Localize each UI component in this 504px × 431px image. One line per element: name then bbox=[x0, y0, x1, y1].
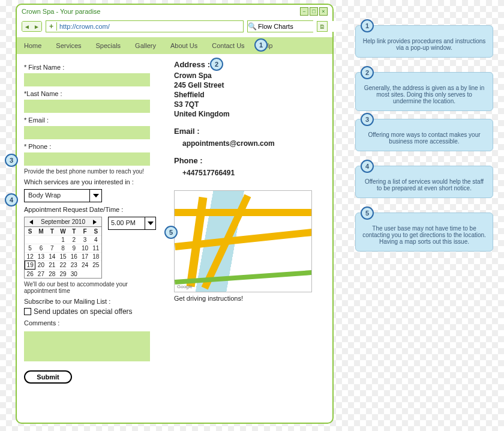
new-doc-button[interactable]: 🗎 bbox=[317, 21, 328, 32]
email-input[interactable] bbox=[24, 126, 150, 139]
annotation-badge-5: 5 bbox=[164, 226, 178, 239]
calendar-day[interactable]: 17 bbox=[79, 252, 90, 261]
calendar-day[interactable]: 22 bbox=[58, 261, 68, 270]
subscribe-checkbox[interactable] bbox=[24, 308, 31, 315]
phone-label: * Phone : bbox=[24, 143, 162, 150]
window-title: Crown Spa - Your paradise bbox=[22, 8, 100, 15]
calendar-day[interactable]: 19 bbox=[25, 261, 35, 270]
calendar-day[interactable]: 12 bbox=[25, 252, 35, 261]
subscribe-label: Subscribe to our Mailing List : bbox=[24, 298, 162, 305]
calendar-day[interactable]: 28 bbox=[47, 270, 58, 278]
calendar-day[interactable]: 26 bbox=[25, 270, 35, 278]
email-value: appointments@crown.com bbox=[174, 139, 325, 148]
calendar-day[interactable]: 24 bbox=[79, 261, 90, 270]
calendar-day[interactable]: 27 bbox=[35, 270, 46, 278]
datetime-label: Appointment Request Date/Time : bbox=[24, 206, 162, 213]
annotation-callout-4: 4Offering a list of services would help … bbox=[355, 166, 493, 198]
nav-item-about-us[interactable]: About Us bbox=[163, 41, 205, 50]
add-tab-button[interactable]: + bbox=[46, 22, 57, 31]
nav-item-contact-us[interactable]: Contact Us bbox=[205, 41, 251, 50]
annotation-text: The user base may not have time to be co… bbox=[362, 225, 487, 245]
directions-link[interactable]: Get driving instructions! bbox=[174, 295, 325, 302]
calendar-day[interactable]: 10 bbox=[79, 244, 90, 252]
comments-input[interactable] bbox=[24, 331, 150, 361]
annotation-number: 3 bbox=[361, 113, 374, 126]
annotation-text: Help link provides procedures and instru… bbox=[362, 38, 487, 51]
next-month-icon[interactable] bbox=[93, 220, 99, 225]
calendar-dow: M bbox=[35, 227, 46, 235]
annotation-text: Generally, the address is given as a by … bbox=[362, 85, 487, 104]
calendar-day[interactable]: 25 bbox=[91, 261, 101, 270]
calendar-day[interactable]: 30 bbox=[68, 270, 79, 278]
submit-button[interactable]: Submit bbox=[24, 370, 72, 384]
close-button[interactable]: × bbox=[319, 7, 328, 16]
map-attribution: Google bbox=[177, 284, 193, 289]
accommodate-note: We'll do our best to accommodate your ap… bbox=[24, 281, 162, 294]
search-icon: 🔍 bbox=[248, 22, 257, 31]
calendar-day[interactable]: 21 bbox=[47, 261, 58, 270]
calendar-day[interactable]: 13 bbox=[35, 252, 46, 261]
calendar-dow: W bbox=[58, 227, 68, 235]
minimize-button[interactable]: − bbox=[300, 7, 308, 16]
location-map[interactable]: Google bbox=[174, 190, 312, 292]
forward-button[interactable]: ► bbox=[32, 22, 41, 31]
calendar-day[interactable]: 14 bbox=[47, 252, 58, 261]
annotation-badge-1: 1 bbox=[254, 38, 268, 52]
calendar-dow: T bbox=[47, 227, 58, 235]
calendar-day[interactable]: 20 bbox=[35, 261, 46, 270]
phone-heading: Phone : bbox=[174, 156, 325, 165]
calendar-day[interactable]: 4 bbox=[91, 235, 101, 244]
phone-value: +447517766491 bbox=[174, 169, 325, 177]
address-line: Crown Spa bbox=[174, 71, 325, 80]
url-input[interactable] bbox=[57, 21, 243, 32]
calendar-day[interactable]: 15 bbox=[58, 252, 68, 261]
annotation-text: Offering more ways to contact makes your… bbox=[362, 131, 487, 145]
calendar-dow: S bbox=[25, 227, 35, 235]
address-line: 245 Gell Street bbox=[174, 81, 325, 89]
calendar-day[interactable]: 16 bbox=[68, 252, 79, 261]
contact-form: * First Name : *Last Name : * Email : * … bbox=[24, 60, 162, 384]
services-label: Which services are you interested in : bbox=[24, 178, 162, 185]
annotation-number: 4 bbox=[361, 160, 374, 173]
contact-info: Address : Crown Spa245 Gell StreetSheffi… bbox=[174, 60, 325, 384]
services-value: Body Wrap bbox=[25, 190, 89, 202]
address-heading: Address : bbox=[174, 60, 325, 69]
date-picker[interactable]: September 2010 SMTWTFS 12345678910111213… bbox=[24, 217, 102, 279]
annotation-badge-3: 3 bbox=[5, 154, 18, 167]
nav-item-gallery[interactable]: Gallery bbox=[128, 41, 163, 50]
calendar-day[interactable]: 23 bbox=[68, 261, 79, 270]
time-value: 5.00 PM bbox=[109, 217, 145, 229]
phone-input[interactable] bbox=[24, 152, 150, 166]
services-select[interactable]: Body Wrap bbox=[24, 189, 102, 202]
prev-month-icon[interactable] bbox=[27, 220, 33, 225]
nav-item-home[interactable]: Home bbox=[17, 41, 49, 50]
calendar-day[interactable]: 2 bbox=[68, 235, 79, 244]
annotation-badge-4: 4 bbox=[5, 193, 18, 206]
calendar-day[interactable]: 18 bbox=[91, 252, 101, 261]
calendar-day[interactable]: 6 bbox=[35, 244, 46, 252]
nav-item-specials[interactable]: Specials bbox=[89, 41, 128, 50]
calendar-day[interactable]: 29 bbox=[58, 270, 68, 278]
maximize-button[interactable]: □ bbox=[310, 7, 318, 16]
search-input[interactable] bbox=[257, 21, 342, 32]
calendar-dow: T bbox=[68, 227, 79, 235]
phone-hint: Provide the best phone number to reach y… bbox=[24, 168, 162, 175]
nav-item-services[interactable]: Services bbox=[49, 41, 88, 50]
first-name-input[interactable] bbox=[24, 73, 150, 86]
last-name-input[interactable] bbox=[24, 100, 150, 113]
calendar-day[interactable]: 3 bbox=[79, 235, 90, 244]
time-select[interactable]: 5.00 PM bbox=[108, 217, 156, 230]
calendar-dow: F bbox=[79, 227, 90, 235]
calendar-day[interactable]: 7 bbox=[47, 244, 58, 252]
browser-window: Crown Spa - Your paradise − □ × ◄ ► + 🔍 … bbox=[16, 4, 334, 424]
back-button[interactable]: ◄ bbox=[22, 22, 32, 31]
annotation-callout-2: 2Generally, the address is given as a by… bbox=[355, 72, 493, 111]
calendar-day[interactable]: 8 bbox=[58, 244, 68, 252]
comments-label: Comments : bbox=[24, 319, 162, 327]
browser-toolbar: ◄ ► + 🔍 🗎 bbox=[17, 18, 332, 37]
calendar-day[interactable]: 9 bbox=[68, 244, 79, 252]
calendar-day[interactable]: 11 bbox=[91, 244, 101, 252]
last-name-label: *Last Name : bbox=[24, 90, 162, 97]
calendar-day[interactable]: 1 bbox=[58, 235, 68, 244]
calendar-day[interactable]: 5 bbox=[25, 244, 35, 252]
